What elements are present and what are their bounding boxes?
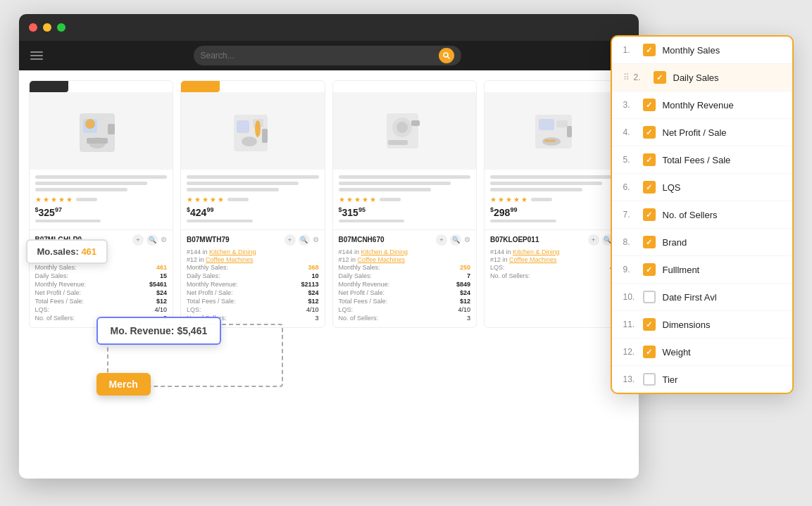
product-footer-4: B07KLOEP011 + 🔍 ⚙ #144 in Kitchen & Dini…: [485, 229, 628, 285]
item-number: 7.: [623, 210, 636, 220]
gear-icon-1[interactable]: ⚙: [161, 236, 167, 243]
checkbox-checked[interactable]: [643, 44, 656, 56]
checkbox-checked[interactable]: [643, 346, 656, 358]
price-2: $42499: [187, 206, 319, 218]
checklist-item-9[interactable]: 9. Fulllment: [612, 256, 792, 284]
checklist-item-11[interactable]: 11. Dimensions: [612, 311, 792, 339]
checkbox-unchecked[interactable]: [643, 291, 656, 303]
svg-rect-24: [544, 139, 556, 142]
checklist-item-1[interactable]: 1. Monthly Sales: [612, 37, 792, 64]
item-number: 12.: [623, 347, 636, 357]
checkbox-checked[interactable]: [654, 71, 666, 84]
traffic-light-yellow[interactable]: [43, 23, 51, 32]
traffic-light-red[interactable]: [29, 23, 37, 32]
cat1-link-3[interactable]: Kitchen & Dining: [361, 248, 408, 255]
product-card: ★★★★★ $32597 B07MLGHLR0 + 🔍 ⚙: [29, 80, 174, 328]
cat1-link-4[interactable]: Kitchen & Dining: [513, 248, 560, 255]
product-grid: ★★★★★ $32597 B07MLGHLR0 + 🔍 ⚙: [19, 70, 639, 328]
checkbox-checked[interactable]: [643, 126, 656, 139]
item-number: 2.: [634, 72, 647, 82]
item-number: 9.: [623, 265, 636, 274]
product-footer-3: B07MCNH670 + 🔍 ⚙ #144 in Kitchen & Dinin…: [333, 229, 477, 327]
add-icon-1[interactable]: +: [132, 234, 144, 246]
item-label: Total Fees / Sale: [663, 155, 781, 165]
product-info-2: ★★★★★ $42499: [181, 170, 325, 229]
tooltip-mosales: Mo.sales: 461: [26, 239, 108, 264]
price-1: $32597: [35, 206, 168, 218]
svg-rect-23: [567, 126, 572, 137]
item-number: 4.: [623, 127, 636, 137]
price-3: $31595: [339, 206, 471, 218]
item-label: No. of Sellers: [663, 210, 781, 220]
item-number: 13.: [623, 374, 636, 384]
search-input[interactable]: [201, 51, 435, 61]
svg-rect-17: [411, 120, 420, 126]
cat2-link-2[interactable]: Coffee Machines: [206, 256, 253, 263]
cat2-link-3[interactable]: Coffee Machines: [358, 256, 405, 263]
product-info-4: ★★★★★ $29899: [485, 170, 628, 229]
checklist-item-3[interactable]: 3. Monthly Revenue: [612, 91, 792, 119]
svg-point-11: [242, 137, 257, 146]
search-button[interactable]: [439, 48, 454, 63]
svg-point-13: [255, 120, 261, 137]
item-label: Date First Avl: [663, 292, 781, 303]
cat2-link-4[interactable]: Coffee Machines: [509, 256, 556, 263]
item-label: Monthly Sales: [663, 45, 781, 56]
product-info-3: ★★★★★ $31595: [333, 170, 477, 229]
checklist-item-4[interactable]: 4. Net Profit / Sale: [612, 119, 792, 146]
nav-menu-icon[interactable]: [30, 51, 43, 60]
cat1-link-2[interactable]: Kitchen & Dining: [209, 248, 256, 255]
search-bar[interactable]: [194, 46, 461, 65]
svg-line-1: [447, 57, 449, 59]
item-label: LQS: [663, 182, 781, 193]
checklist-item-6[interactable]: 6. LQS: [612, 174, 792, 201]
add-icon-2[interactable]: +: [285, 234, 296, 246]
card-banner-2: [181, 81, 220, 92]
gear-icon-2[interactable]: ⚙: [313, 236, 319, 243]
item-number: 5.: [623, 155, 636, 165]
browser-titlebar: [19, 14, 639, 41]
search-icon-3[interactable]: 🔍: [450, 234, 461, 246]
checkbox-checked[interactable]: [643, 263, 656, 276]
checkbox-checked[interactable]: [643, 181, 656, 194]
svg-point-7: [85, 119, 95, 129]
checkbox-checked[interactable]: [643, 208, 656, 221]
product-image-3: [333, 92, 477, 170]
add-icon-3[interactable]: +: [436, 234, 447, 246]
product-image-4: [485, 92, 628, 170]
gear-icon-3[interactable]: ⚙: [464, 236, 470, 243]
checklist-item-13[interactable]: 13. Tier: [612, 366, 792, 393]
item-number: 3.: [623, 100, 636, 110]
checklist-item-2[interactable]: ⠿ 2. Daily Sales: [612, 64, 792, 91]
checkbox-checked[interactable]: [643, 99, 656, 111]
browser-window: ★★★★★ $32597 B07MLGHLR0 + 🔍 ⚙: [19, 14, 639, 479]
price-4: $29899: [490, 206, 623, 218]
checkbox-checked[interactable]: [643, 318, 656, 331]
svg-rect-12: [262, 129, 268, 143]
checkbox-checked[interactable]: [643, 236, 656, 248]
item-label: Weight: [663, 347, 781, 358]
checklist-item-12[interactable]: 12. Weight: [612, 339, 792, 366]
item-label: Net Profit / Sale: [663, 127, 781, 138]
drag-handle: ⠿: [623, 72, 630, 82]
product-image-2: [181, 92, 325, 170]
item-label: Fulllment: [663, 265, 781, 275]
checkbox-checked[interactable]: [643, 153, 656, 166]
checkbox-unchecked[interactable]: [643, 373, 656, 386]
svg-rect-21: [556, 120, 568, 127]
item-number: 6.: [623, 182, 636, 192]
checklist-item-10[interactable]: 10. Date First Avl: [612, 284, 792, 311]
outer-wrapper: ★★★★★ $32597 B07MLGHLR0 + 🔍 ⚙: [19, 14, 794, 493]
checklist-item-8[interactable]: 8. Brand: [612, 229, 792, 256]
product-card-4: ★★★★★ $29899 B07KLOEP011 + 🔍 ⚙: [484, 80, 629, 328]
traffic-light-green[interactable]: [57, 23, 65, 32]
item-number: 8.: [623, 237, 636, 247]
checklist-panel: 1. Monthly Sales ⠿ 2. Daily Sales 3. Mon…: [611, 35, 794, 394]
svg-rect-20: [539, 119, 554, 130]
add-icon-4[interactable]: +: [588, 234, 599, 246]
tooltip-revenue: Mo. Revenue: $5,461: [96, 317, 222, 345]
search-icon-2[interactable]: 🔍: [299, 234, 310, 246]
search-icon-1[interactable]: 🔍: [146, 234, 158, 246]
checklist-item-7[interactable]: 7. No. of Sellers: [612, 201, 792, 229]
checklist-item-5[interactable]: 5. Total Fees / Sale: [612, 146, 792, 174]
